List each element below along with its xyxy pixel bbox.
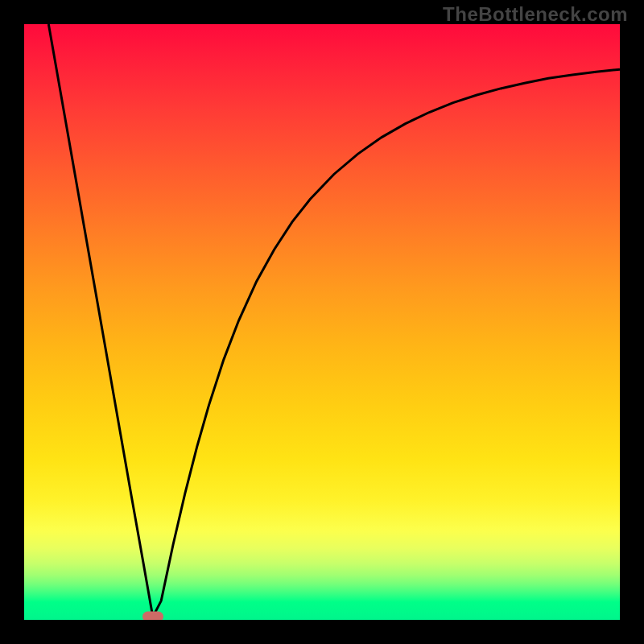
chart-container: TheBottleneck.com <box>0 0 644 644</box>
bottleneck-curve <box>48 24 620 617</box>
watermark-text: TheBottleneck.com <box>443 3 628 26</box>
plot-area <box>24 24 620 620</box>
curve-svg <box>24 24 620 620</box>
optimal-marker <box>142 612 163 620</box>
